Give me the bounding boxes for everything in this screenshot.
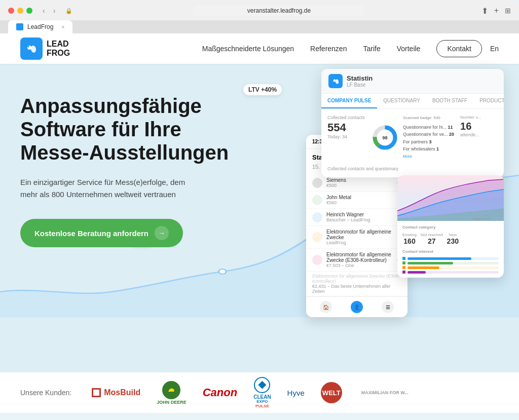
main-dashboard-screen: Statistin LF Base COMPANY PULSE QUESTION… xyxy=(321,69,504,177)
tab-production[interactable]: PRODUCTION xyxy=(473,94,504,108)
analytics-chart-svg: August 10 xyxy=(397,175,504,221)
donut-chart: 98 xyxy=(371,124,399,151)
ltv-plus-label: LTV +40% xyxy=(243,84,282,95)
maximize-button[interactable] xyxy=(26,8,32,14)
app-header: Statistin LF Base xyxy=(321,69,504,94)
existing-label: Existing xyxy=(402,233,417,237)
list-item[interactable]: Elektronmotor für allgemeine Zwecke (E30… xyxy=(306,249,407,272)
contact-stats-row: Existing 160 Not reached 27 New 230 xyxy=(402,233,499,245)
profile-nav-icon[interactable]: ☰ xyxy=(382,301,394,313)
item-sub-4: LeadFrog xyxy=(326,240,401,245)
browser-titlebar: ‹ › 🔒 ⬆ + ⊞ xyxy=(0,5,519,20)
logo-icon xyxy=(20,37,43,60)
forward-button[interactable]: › xyxy=(51,6,58,16)
hyve-circle: WELT xyxy=(321,382,342,403)
q-item-3: For partners 3 xyxy=(403,138,454,145)
hero-subtitle: Ein einzigartiger Service für Mess(e)erf… xyxy=(20,176,193,201)
share-icon[interactable]: ⬆ xyxy=(481,6,488,16)
not-reached-label: Not reached xyxy=(421,233,443,237)
contact-category: Contact category Existing 160 Not reache… xyxy=(397,221,504,278)
item-sub-6: €2,431 – Das beste Unternehmen aller Zei… xyxy=(312,284,401,294)
collected-value: 554 xyxy=(327,121,365,134)
analytics-chart-area: August 10 xyxy=(397,175,504,221)
customers-bar: Unsere Kunden: MosBuild JOHN DEERE xyxy=(0,372,519,413)
pulse-text: PULSE xyxy=(253,404,271,409)
mobile-list: Siemens €500 ⋯ John Metal €560 xyxy=(306,174,407,296)
collected-label: Collected contacts xyxy=(327,115,365,120)
new-tab-icon[interactable]: + xyxy=(494,6,499,15)
tab-favicon xyxy=(16,23,23,30)
number-stat: Number o... 16 attende... xyxy=(460,115,498,160)
svg-text:98: 98 xyxy=(382,135,387,140)
mosbuild-logo: MosBuild xyxy=(92,388,140,397)
contact-interest-label: Contact interest xyxy=(402,249,499,254)
cleanexpo-logo: CLEAN EXPO PULSE xyxy=(253,377,271,409)
list-item[interactable]: John Metal €560 xyxy=(306,192,407,209)
canon-logo: Canon xyxy=(203,386,237,399)
tab-title: LeadFrog xyxy=(27,23,53,30)
list-item[interactable]: Elektronmotor für allgemeine Zwecke Lead… xyxy=(306,226,407,249)
address-bar[interactable] xyxy=(193,5,365,16)
extensions-icon[interactable]: ⊞ xyxy=(505,7,511,15)
nav-link-vorteile[interactable]: Vorteile xyxy=(397,45,421,53)
new-label: New xyxy=(447,233,459,237)
svg-point-8 xyxy=(333,80,336,82)
q-item-2: Questionnaire for ve... 20 xyxy=(403,131,454,138)
tab-company-pulse[interactable]: COMPANY PULSE xyxy=(321,94,377,108)
home-nav-icon[interactable]: 🏠 xyxy=(320,301,332,313)
navigation: LEAD FROG Maßgeschneiderte Lösungen Refe… xyxy=(0,33,519,64)
tab-close[interactable]: × xyxy=(61,24,64,30)
item-name-3: Heinrich Wagner xyxy=(326,212,370,217)
existing-value: 160 xyxy=(402,237,417,245)
nav-link-references[interactable]: Referenzen xyxy=(310,45,347,53)
donut-section: 98 Scanned badge: 540 Questionnaire for … xyxy=(371,115,454,160)
section-subtitle: Collected contacts and questionary xyxy=(327,166,498,171)
cta-button[interactable]: Kostenlose Beratung anfordern → xyxy=(20,219,183,247)
customer-logos: MosBuild JOHN DEERE Canon xyxy=(92,377,499,409)
item-sub-3: Besucher – LeadFrog xyxy=(326,217,370,222)
contact-button[interactable]: Kontakt xyxy=(436,40,481,57)
q-item-4: For wholesalers 1 xyxy=(403,145,454,152)
app-company-name: Statistin xyxy=(347,74,373,82)
nav-link-solutions[interactable]: Maßgeschneiderte Lösungen xyxy=(202,45,294,53)
interest-bar-1 xyxy=(402,257,499,260)
bar-dot-1 xyxy=(402,257,405,260)
nav-link-tarife[interactable]: Tarife xyxy=(363,45,380,53)
language-selector[interactable]: En xyxy=(490,45,499,53)
contact-category-label: Contact category xyxy=(402,225,499,230)
mosbuild-icon xyxy=(92,388,101,397)
number-label: Number o... xyxy=(460,115,498,120)
back-button[interactable]: ‹ xyxy=(41,6,47,16)
minimize-button[interactable] xyxy=(17,8,23,14)
hero-section: Anpassungsfähige Software für Ihre Messe… xyxy=(0,64,519,317)
tab-questionary[interactable]: QUESTIONARY xyxy=(377,94,426,108)
contacts-nav-icon[interactable]: 👤 xyxy=(351,301,363,313)
scanned-label: Scanned badge: 540 xyxy=(403,115,454,122)
browser-tab[interactable]: LeadFrog × xyxy=(8,20,72,33)
browser-chrome: ‹ › 🔒 ⬆ + ⊞ LeadFrog × xyxy=(0,0,519,33)
browser-toolbar-icons: ⬆ + ⊞ xyxy=(481,6,511,16)
item-sub-2: €560 xyxy=(326,200,351,205)
questionnaire-stats: Scanned badge: 540 Questionnaire for hi.… xyxy=(403,115,454,160)
john-deere-logo: JOHN DEERE xyxy=(157,381,187,405)
new-value: 230 xyxy=(447,237,459,245)
hero-content: Anpassungsfähige Software für Ihre Messe… xyxy=(20,94,243,297)
app-screenshots-container: Statistin LF Base COMPANY PULSE QUESTION… xyxy=(321,69,504,177)
svg-text:August 10: August 10 xyxy=(473,217,490,221)
logo[interactable]: LEAD FROG xyxy=(20,37,70,60)
item-name-2: John Metal xyxy=(326,195,351,200)
customers-label: Unsere Kunden: xyxy=(20,389,71,397)
bar-dot-4 xyxy=(402,271,405,274)
not-reached-stat: Not reached 27 xyxy=(421,233,443,245)
list-item[interactable]: Elektromotor für allgemeine Zwecke (E308… xyxy=(306,272,407,296)
logo-text: LEAD FROG xyxy=(47,40,70,57)
traffic-lights xyxy=(8,8,32,14)
analytics-screen: August 10 Contact category Existing 160 … xyxy=(397,175,504,278)
close-button[interactable] xyxy=(8,8,14,14)
list-item[interactable]: Heinrich Wagner Besucher – LeadFrog P xyxy=(306,209,407,226)
welt-logo: MAXIMILIAN FOR W... xyxy=(358,390,409,395)
new-stat: New 230 xyxy=(447,233,459,245)
tab-booth-staff[interactable]: BOOTH STAFF xyxy=(426,94,473,108)
bar-fill-3 xyxy=(407,266,439,269)
more-link[interactable]: More xyxy=(403,154,454,160)
